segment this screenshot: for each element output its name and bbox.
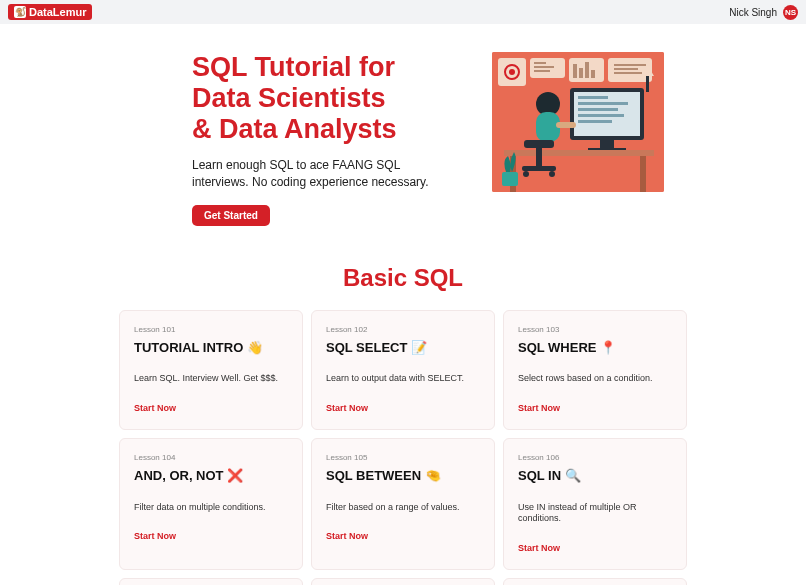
logo[interactable]: 🐒 DataLemur bbox=[8, 4, 92, 20]
hero-text: SQL Tutorial for Data Scientists & Data … bbox=[192, 52, 452, 226]
logo-text: DataLemur bbox=[29, 6, 86, 18]
svg-rect-23 bbox=[578, 120, 612, 123]
lesson-desc: Filter data on multiple conditions. bbox=[134, 502, 288, 514]
svg-rect-6 bbox=[534, 66, 554, 68]
lesson-tag: Lesson 101 bbox=[134, 325, 288, 334]
svg-point-3 bbox=[509, 69, 515, 75]
lesson-tag: Lesson 103 bbox=[518, 325, 672, 334]
lesson-title: TUTORIAL INTRO 👋 bbox=[134, 340, 288, 356]
start-now-link[interactable]: Start Now bbox=[326, 403, 480, 413]
cards-grid: Lesson 101TUTORIAL INTRO 👋Learn SQL. Int… bbox=[0, 310, 806, 585]
lemur-icon: 🐒 bbox=[14, 6, 26, 18]
svg-rect-7 bbox=[534, 70, 550, 72]
user-name: Nick Singh bbox=[729, 7, 777, 18]
lesson-tag: Lesson 105 bbox=[326, 453, 480, 462]
hero-section: SQL Tutorial for Data Scientists & Data … bbox=[0, 24, 806, 236]
user-menu[interactable]: Nick Singh NS bbox=[729, 5, 798, 20]
avatar: NS bbox=[783, 5, 798, 20]
lesson-desc: Filter based on a range of values. bbox=[326, 502, 480, 514]
lesson-title: SQL IN 🔍 bbox=[518, 468, 672, 484]
svg-rect-14 bbox=[614, 64, 646, 66]
lesson-card[interactable]: Lesson 109SQL ORDER BY 🔃 bbox=[503, 578, 687, 585]
start-now-link[interactable]: Start Now bbox=[326, 531, 480, 541]
lesson-tag: Lesson 102 bbox=[326, 325, 480, 334]
start-now-link[interactable]: Start Now bbox=[518, 543, 672, 553]
lesson-tag: Lesson 106 bbox=[518, 453, 672, 462]
svg-rect-22 bbox=[578, 114, 624, 117]
svg-rect-16 bbox=[614, 72, 642, 74]
lesson-title: SQL BETWEEN 🤏 bbox=[326, 468, 480, 484]
lesson-card[interactable]: Lesson 103SQL WHERE 📍Select rows based o… bbox=[503, 310, 687, 430]
svg-rect-20 bbox=[578, 102, 628, 105]
svg-rect-10 bbox=[579, 68, 583, 78]
lesson-desc: Select rows based on a condition. bbox=[518, 373, 672, 385]
hero-subtitle: Learn enough SQL to ace FAANG SQL interv… bbox=[192, 157, 452, 191]
lesson-tag: Lesson 104 bbox=[134, 453, 288, 462]
hero-title-line3: & Data Analysts bbox=[192, 114, 397, 144]
lesson-card[interactable]: Lesson 102SQL SELECT 📝Learn to output da… bbox=[311, 310, 495, 430]
svg-point-35 bbox=[523, 171, 529, 177]
hero-title-line2: Data Scientists bbox=[192, 83, 386, 113]
section-title: Basic SQL bbox=[0, 264, 806, 292]
svg-rect-38 bbox=[502, 172, 518, 186]
start-now-link[interactable]: Start Now bbox=[134, 531, 288, 541]
start-now-link[interactable]: Start Now bbox=[134, 403, 288, 413]
get-started-button[interactable]: Get Started bbox=[192, 205, 270, 226]
svg-rect-37 bbox=[646, 76, 649, 92]
svg-rect-15 bbox=[614, 68, 638, 70]
svg-rect-5 bbox=[534, 62, 546, 64]
svg-rect-33 bbox=[536, 148, 542, 168]
svg-rect-21 bbox=[578, 108, 618, 111]
svg-rect-32 bbox=[524, 140, 554, 148]
lesson-title: AND, OR, NOT ❌ bbox=[134, 468, 288, 484]
lesson-card[interactable]: Lesson 107SQL LIKE ❤️ bbox=[119, 578, 303, 585]
svg-rect-26 bbox=[504, 150, 654, 156]
lesson-card[interactable]: Lesson 105SQL BETWEEN 🤏Filter based on a… bbox=[311, 438, 495, 570]
svg-rect-30 bbox=[536, 112, 560, 142]
lesson-desc: Learn to output data with SELECT. bbox=[326, 373, 480, 385]
lesson-title: SQL WHERE 📍 bbox=[518, 340, 672, 356]
lesson-card[interactable]: Lesson 101TUTORIAL INTRO 👋Learn SQL. Int… bbox=[119, 310, 303, 430]
svg-rect-19 bbox=[578, 96, 608, 99]
lesson-desc: Learn SQL. Interview Well. Get $$$. bbox=[134, 373, 288, 385]
hero-illustration bbox=[492, 52, 664, 192]
lesson-title: SQL SELECT 📝 bbox=[326, 340, 480, 356]
hero-title: SQL Tutorial for Data Scientists & Data … bbox=[192, 52, 452, 145]
svg-rect-9 bbox=[573, 64, 577, 78]
lesson-card[interactable]: Lesson 106SQL IN 🔍Use IN instead of mult… bbox=[503, 438, 687, 570]
svg-point-36 bbox=[549, 171, 555, 177]
lesson-card[interactable]: Lesson 104AND, OR, NOT ❌Filter data on m… bbox=[119, 438, 303, 570]
svg-rect-28 bbox=[640, 156, 646, 192]
lesson-card[interactable]: Lesson 108FILTERING REVIEW 🔁 bbox=[311, 578, 495, 585]
svg-rect-34 bbox=[522, 166, 556, 171]
lesson-desc: Use IN instead of multiple OR conditions… bbox=[518, 502, 672, 525]
hero-title-line1: SQL Tutorial for bbox=[192, 52, 395, 82]
svg-rect-12 bbox=[591, 70, 595, 78]
svg-rect-31 bbox=[556, 122, 576, 128]
svg-rect-11 bbox=[585, 62, 589, 78]
topbar: 🐒 DataLemur Nick Singh NS bbox=[0, 0, 806, 24]
start-now-link[interactable]: Start Now bbox=[518, 403, 672, 413]
